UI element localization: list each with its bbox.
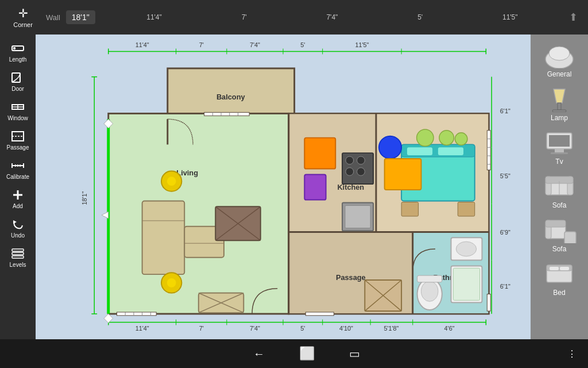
svg-point-118 — [357, 156, 365, 164]
svg-text:6'1": 6'1" — [500, 108, 510, 114]
sidebar-item-undo[interactable]: Undo — [2, 214, 34, 242]
recent-button[interactable]: ▭ — [349, 347, 360, 361]
sidebar-item-window[interactable]: Window — [2, 97, 34, 125]
svg-text:11'4": 11'4" — [136, 325, 149, 332]
undo-icon — [10, 217, 26, 231]
bed-shape — [539, 259, 579, 288]
svg-rect-19 — [12, 256, 24, 258]
svg-point-119 — [346, 168, 354, 176]
svg-rect-152 — [551, 152, 568, 154]
svg-text:7': 7' — [199, 325, 204, 332]
door-icon — [10, 71, 26, 85]
tv-label: Tv — [555, 158, 563, 166]
sidebar-item-length[interactable]: Length — [2, 38, 34, 66]
bed-label: Bed — [553, 289, 565, 297]
sofa2-shape — [539, 215, 579, 244]
compass-icon: ⬆ — [569, 11, 578, 24]
svg-rect-150 — [549, 135, 570, 147]
svg-rect-1 — [13, 47, 16, 49]
svg-point-138 — [456, 241, 476, 256]
svg-rect-83 — [204, 112, 250, 116]
svg-text:7': 7' — [199, 41, 204, 48]
svg-point-129 — [379, 136, 401, 159]
right-item-sofa2[interactable]: Sofa — [533, 213, 586, 255]
right-item-lamp[interactable]: Lamp — [533, 82, 586, 124]
svg-point-113 — [167, 278, 176, 288]
svg-rect-130 — [385, 159, 421, 190]
svg-text:11'4": 11'4" — [136, 41, 149, 48]
passage-icon — [10, 129, 26, 143]
svg-rect-100 — [142, 201, 185, 275]
svg-marker-146 — [554, 89, 565, 103]
more-options-button[interactable]: ⋮ — [567, 348, 577, 359]
bottom-bar: ← ⬜ ▭ ⋮ — [0, 339, 588, 368]
main-content: Length Door Window Passage — [0, 34, 588, 339]
svg-rect-125 — [407, 147, 432, 155]
calibrate-icon — [10, 159, 26, 172]
back-button[interactable]: ← — [253, 347, 265, 361]
svg-text:5'1'8": 5'1'8" — [384, 325, 399, 332]
corner-icon: ✛ — [18, 6, 28, 20]
lamp-shape — [539, 84, 579, 113]
svg-text:4'10": 4'10" — [339, 325, 353, 332]
svg-text:7'4": 7'4" — [250, 41, 260, 48]
right-item-sofa1[interactable]: Sofa — [533, 169, 586, 212]
corner-button[interactable]: ✛ Corner — [5, 6, 41, 28]
sidebar-item-levels[interactable]: Levels — [2, 243, 34, 271]
svg-text:5': 5' — [300, 41, 305, 48]
sidebar-item-door[interactable]: Door — [2, 67, 34, 95]
general-shape — [539, 40, 579, 69]
svg-rect-114 — [304, 138, 335, 169]
sidebar-item-add[interactable]: Add — [2, 185, 34, 213]
svg-rect-140 — [453, 268, 479, 300]
measure-1: 11'4" — [146, 13, 162, 21]
svg-marker-16 — [13, 220, 17, 224]
svg-point-132 — [439, 131, 454, 145]
right-item-tv[interactable]: Tv — [533, 125, 586, 168]
svg-rect-165 — [560, 267, 569, 270]
sidebar-item-calibrate[interactable]: Calibrate — [2, 155, 34, 183]
svg-rect-17 — [12, 249, 24, 251]
right-item-bed[interactable]: Bed — [533, 256, 586, 299]
sidebar-item-passage[interactable]: Passage — [2, 126, 34, 154]
svg-rect-147 — [558, 103, 561, 110]
svg-rect-64 — [109, 113, 289, 313]
svg-rect-2 — [12, 73, 20, 82]
general-label: General — [547, 70, 572, 78]
svg-rect-99 — [305, 312, 334, 316]
svg-point-111 — [167, 177, 176, 186]
floor-plan-area[interactable]: 11'4" 7' 7'4" 5' 11'5" 18'1" 6'1" 5'5" 6… — [36, 34, 531, 339]
measure-5: 11'5" — [502, 13, 518, 21]
svg-text:11'5": 11'5" — [355, 41, 369, 48]
right-item-general[interactable]: General — [533, 38, 586, 80]
wall-value: 18'1" — [66, 10, 95, 24]
floor-plan-svg: 11'4" 7' 7'4" 5' 11'5" 18'1" 6'1" 5'5" 6… — [36, 34, 531, 339]
svg-point-145 — [549, 47, 570, 60]
home-button[interactable]: ⬜ — [299, 346, 315, 361]
svg-text:4'6": 4'6" — [444, 325, 455, 332]
window-icon — [10, 100, 26, 114]
length-icon — [10, 41, 26, 55]
top-measurements: 11'4" 7' 7'4" 5' 11'5" — [95, 13, 569, 21]
left-sidebar: Length Door Window Passage — [0, 34, 36, 339]
svg-text:Balcony: Balcony — [216, 93, 246, 101]
corner-label: Corner — [13, 21, 33, 28]
svg-point-120 — [357, 168, 365, 176]
svg-text:5': 5' — [300, 325, 305, 332]
wall-label: Wall — [46, 13, 60, 22]
bottom-nav: ← ⬜ ▭ — [253, 346, 360, 361]
svg-point-117 — [346, 156, 354, 164]
levels-icon — [10, 247, 26, 260]
svg-rect-93 — [487, 294, 490, 310]
top-bar-left: ✛ Corner Wall 18'1" — [5, 6, 95, 28]
lamp-label: Lamp — [551, 114, 568, 122]
sofa1-label: Sofa — [552, 201, 567, 209]
svg-text:6'1": 6'1" — [500, 283, 510, 290]
svg-text:6'9": 6'9" — [500, 229, 510, 236]
svg-rect-160 — [546, 220, 566, 227]
tv-shape — [539, 128, 579, 156]
svg-rect-122 — [345, 205, 370, 228]
svg-rect-136 — [417, 275, 442, 282]
svg-rect-127 — [401, 202, 418, 217]
measure-2: 7' — [242, 13, 247, 21]
